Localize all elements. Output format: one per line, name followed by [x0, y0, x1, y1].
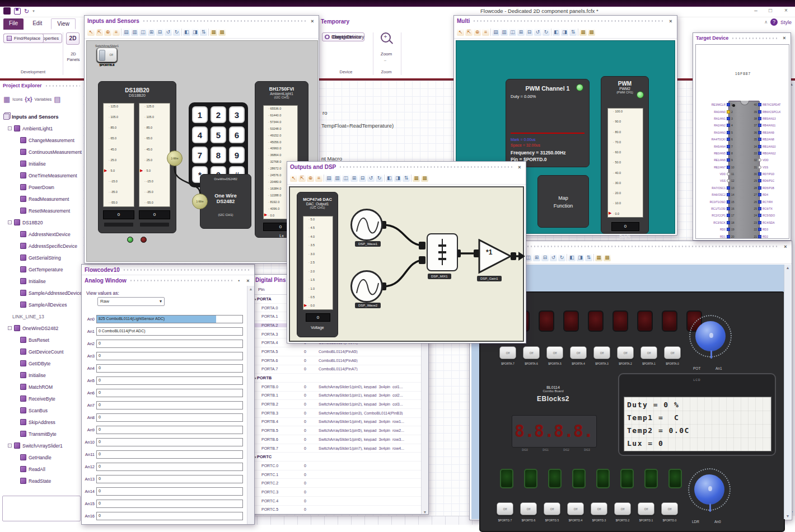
toolbar-icon[interactable]: ↻	[173, 29, 180, 36]
toolbar-icon[interactable]: ◧	[568, 254, 576, 261]
analog-value-field[interactable]: 0	[96, 463, 243, 471]
toolbar-icon[interactable]: ▩	[218, 29, 226, 36]
close-button[interactable]: ×	[780, 7, 792, 13]
icons-view-icon[interactable]: ▦	[3, 95, 10, 103]
toolbar-icon[interactable]: ↺	[534, 29, 541, 36]
app-icon[interactable]	[3, 7, 11, 15]
tree-item[interactable]: -AddressNextDevice	[0, 228, 83, 240]
knob-ball[interactable]	[695, 321, 726, 351]
variables-icon[interactable]: {x}	[25, 96, 32, 102]
toolbar-icon[interactable]: ↺	[550, 254, 557, 261]
digital-pin-row[interactable]: PORTA.60ComboBL0114(PinA6)	[252, 356, 428, 365]
onewire-connector[interactable]: 1-Wire	[192, 194, 208, 209]
toolbar-icon[interactable]: ⊞	[533, 254, 540, 261]
toolbar-icon[interactable]: ⇱	[96, 29, 103, 36]
toolbar-icon[interactable]: ⇅	[403, 175, 410, 182]
tree-item[interactable]: -BusReset	[0, 334, 83, 346]
2d-panels-caption[interactable]: 2DPanels	[64, 51, 83, 63]
digital-pin-row[interactable]: PORTB.30SwitchArraySlider1(pin3), ComboB…	[252, 409, 428, 418]
toolbar-icon[interactable]: ≡	[113, 29, 120, 36]
view-mode-dropdown[interactable]: Raw▾	[97, 297, 165, 306]
off-button[interactable]: Off	[638, 502, 654, 515]
expand-icon[interactable]: -	[8, 326, 12, 330]
toolbar-icon[interactable]	[181, 29, 182, 36]
analog-value-field[interactable]: 0	[96, 487, 243, 496]
zoom-label[interactable]: Zoom	[378, 51, 394, 57]
digital-pin-row[interactable]: PORTC.30	[252, 488, 428, 497]
tree-item[interactable]: -SampleAddressedDevice	[0, 287, 83, 299]
panel-titlebar[interactable]: Target Device ×	[693, 33, 791, 43]
ldr-knob[interactable]	[688, 468, 731, 511]
toolbar-icon[interactable]: ↖	[87, 29, 95, 36]
ribbon-tab[interactable]: View	[51, 18, 76, 30]
toolbar-icon[interactable]: ▤	[325, 175, 333, 182]
digital-pin-row[interactable]: PORTB.20SwitchArraySlider1(pin2), keypad…	[252, 400, 428, 409]
toolbar-icon[interactable]: ↺	[367, 175, 375, 182]
toolbar-icon[interactable]: ◧	[553, 29, 560, 36]
ribbon-button[interactable]: Find/Replace	[3, 34, 44, 43]
inputs-workspace[interactable]: Off$PORTB.0Off$PORTB.1Off$PORTB.2Off$POR…	[86, 40, 318, 262]
analog-value-field[interactable]: 0	[96, 364, 243, 373]
toolbar-icon[interactable]: ⊞	[148, 29, 155, 36]
analog-value-field[interactable]: 0	[96, 438, 243, 446]
close-icon[interactable]: ×	[782, 244, 789, 249]
analog-value-field[interactable]: 0	[96, 401, 243, 409]
toolbar-icon[interactable]: ≡	[315, 175, 322, 182]
off-button[interactable]: Off	[593, 346, 610, 359]
tree-item[interactable]: -ScanBus	[0, 404, 83, 416]
toolbar-icon[interactable]: ◨	[394, 175, 401, 182]
analog-value-field[interactable]: 0	[96, 340, 243, 348]
toolbar-icon[interactable]: ⊕	[474, 29, 481, 36]
macros-icon[interactable]: ▤	[54, 95, 60, 103]
board-scrollbar[interactable]: ▲▼	[784, 265, 791, 519]
digital-pin-row[interactable]: PORTC.40	[252, 497, 428, 506]
redo-icon[interactable]: ↻	[24, 8, 29, 15]
analog-value-field[interactable]: 0	[96, 389, 243, 397]
digital-pin-row[interactable]: PORTB.10SwitchArraySlider1(pin1), keypad…	[252, 392, 428, 401]
digital-pin-row[interactable]: PORTB.60SwitchArraySlider1(pin6), keypad…	[252, 435, 428, 444]
off-button[interactable]: Off	[614, 502, 631, 515]
scroll-down-icon[interactable]: ▼	[422, 510, 428, 514]
toolbar-icon[interactable]: ▩	[604, 254, 611, 261]
toolbar-icon[interactable]	[411, 175, 411, 182]
panel-titlebar[interactable]: Multi ×	[454, 16, 677, 26]
analog-value-field[interactable]: 0	[96, 376, 243, 385]
analog-value-field[interactable]: 0	[96, 475, 243, 483]
off-button[interactable]: Off	[499, 346, 516, 359]
off-button[interactable]: Off	[640, 346, 657, 359]
tree-item[interactable]: -AddressSpecificDevice	[0, 240, 83, 252]
analog-value-field[interactable]: 0	[96, 450, 243, 459]
zoom-dropdown-icon[interactable]: –	[384, 58, 386, 62]
toolbar-icon[interactable]: ⊕	[307, 175, 314, 182]
tree-item[interactable]: -AmbientLight1	[0, 123, 83, 134]
scroll-down-icon[interactable]: ▼	[784, 514, 791, 518]
analog-value-field[interactable]: 0	[96, 512, 243, 520]
tree-item[interactable]: -ContinuousMeasurement	[0, 146, 83, 158]
toolbar-icon[interactable]: ≡	[482, 29, 489, 36]
tree-item[interactable]: -DS18B20	[0, 216, 83, 228]
tree-item[interactable]: -MatchROM	[0, 381, 83, 393]
analog-value-field[interactable]: 0	[96, 500, 243, 508]
analog-value-field[interactable]: 0 ComboBL0114(Pot ADC)	[96, 327, 243, 336]
chip-view[interactable]: 16F887 RE3/MCLR1RA0/AN02RA1/AN13RA2/AN24…	[695, 44, 789, 239]
close-icon[interactable]: ×	[516, 164, 523, 170]
digital-pin-row[interactable]: PORTC.20	[252, 479, 428, 488]
tree-item[interactable]: -LINK_LINE_13	[0, 310, 83, 322]
toolbar-icon[interactable]	[324, 175, 324, 182]
dsp-mixer-block[interactable]	[427, 233, 458, 271]
toolbar-icon[interactable]: ▦	[579, 29, 587, 36]
toolbar-icon[interactable]: ⊕	[104, 29, 111, 36]
toolbar-icon[interactable]	[121, 29, 121, 36]
scroll-up-icon[interactable]: ▲	[784, 266, 791, 270]
ribbon-toggle[interactable]: Change History	[322, 32, 367, 41]
tree-item[interactable]: -ReadState	[0, 475, 83, 487]
toolbar-icon[interactable]: ⊟	[156, 29, 163, 36]
tree-item[interactable]: -Initialise	[0, 275, 83, 287]
toolbar-icon[interactable]: ▤	[123, 29, 130, 36]
toolbar-icon[interactable]	[593, 254, 594, 261]
digital-pin-row[interactable]: PORTA.50ComboBL0114(PinA5)	[252, 347, 428, 356]
toolbar-icon[interactable]: ◨	[561, 29, 568, 36]
toolbar-icon[interactable]: ⊞	[517, 29, 525, 36]
toolbar-icon[interactable]: ▥	[131, 29, 138, 36]
toolbar-icon[interactable]	[490, 29, 491, 36]
